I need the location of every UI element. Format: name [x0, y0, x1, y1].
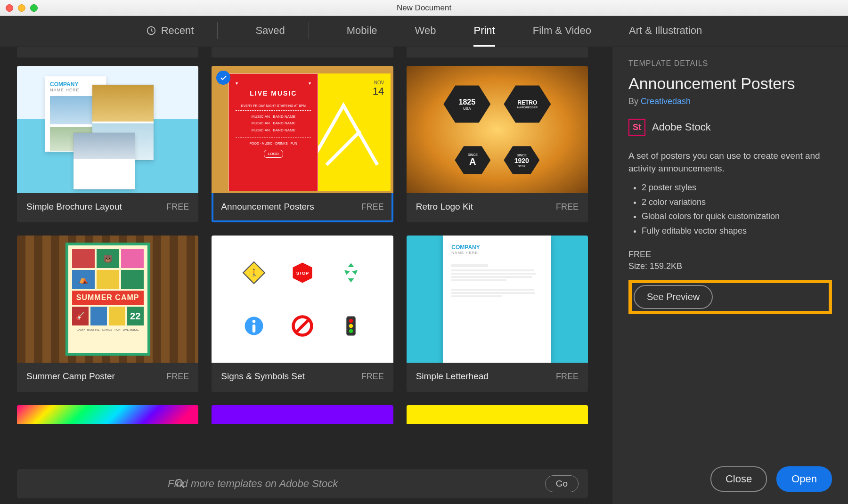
stock-search-go-button[interactable]: Go: [545, 475, 579, 492]
template-grid-next-row: [17, 405, 588, 424]
template-card-summer[interactable]: 🐻 ⛺ SUMMER CAMP 🎸22 CAMP · BONFIRE · GAM…: [17, 236, 198, 392]
category-tabs: Recent Saved Mobile Web Print Film & Vid…: [0, 16, 848, 47]
details-author: By Creativedash: [628, 97, 832, 106]
svg-point-6: [253, 320, 255, 323]
thumb-text: USA: [463, 106, 471, 111]
template-thumbnail: COMPANY NAME HERE: [17, 66, 198, 193]
close-button[interactable]: Close: [710, 466, 767, 492]
tab-mobile[interactable]: Mobile: [347, 16, 377, 47]
open-button[interactable]: Open: [776, 466, 832, 492]
feature-item: 2 color variations: [642, 195, 832, 210]
svg-point-12: [349, 324, 353, 328]
thumb-text: EVERY FRIDAY NIGHT STARTING AT 8PM: [236, 101, 311, 111]
tab-recent[interactable]: Recent: [146, 16, 218, 47]
svg-point-13: [349, 329, 353, 333]
thumb-text: 22: [127, 307, 144, 325]
search-icon: [174, 478, 186, 489]
thumb-text: LIVE MUSIC: [236, 89, 311, 97]
thumb-text: NYNY: [518, 164, 526, 167]
template-price: FREE: [166, 372, 189, 382]
details-price: FREE: [628, 250, 832, 260]
svg-text:STOP: STOP: [296, 270, 309, 276]
tab-saved[interactable]: Saved: [255, 16, 309, 47]
details-title: Announcement Posters: [628, 74, 832, 93]
tab-art-illustration[interactable]: Art & Illustration: [629, 16, 702, 47]
adobe-stock-label: Adobe Stock: [652, 121, 711, 133]
tab-web[interactable]: Web: [415, 16, 436, 47]
template-thumbnail: 🚶 STOP: [212, 236, 393, 363]
thumb-text: 1825: [459, 98, 476, 106]
svg-line-15: [181, 485, 184, 488]
template-name: Announcement Posters: [221, 202, 314, 212]
template-price: FREE: [556, 202, 579, 212]
window-title: New Document: [0, 3, 848, 13]
template-card-brochure[interactable]: COMPANY NAME HERE: [17, 66, 198, 222]
template-name: Summer Camp Poster: [26, 371, 115, 382]
svg-point-11: [349, 318, 353, 323]
svg-point-14: [176, 480, 182, 486]
adobe-stock-source[interactable]: St Adobe Stock: [628, 119, 832, 136]
main-scrollbar[interactable]: [605, 47, 612, 504]
template-name: Simple Letterhead: [416, 371, 489, 382]
details-heading: TEMPLATE DETAILS: [628, 59, 832, 68]
template-card-announcement[interactable]: NOV 14 ▾▾ LIVE MUSIC EVERY FRIDAY NIGHT …: [212, 66, 393, 222]
clock-icon: [146, 25, 156, 36]
template-card-letterhead[interactable]: COMPANY NAME HERE: [407, 236, 588, 392]
thumb-text: NAME HERE: [451, 251, 543, 255]
thumb-text: RETRO: [517, 99, 537, 106]
thumb-text: SUMMER CAMP: [72, 291, 144, 305]
titlebar: New Document: [0, 0, 848, 16]
tab-saved-label: Saved: [255, 24, 285, 37]
template-grid-scroll[interactable]: COMPANY NAME HERE: [0, 47, 605, 460]
feature-item: Global colors for quick customization: [642, 209, 832, 224]
details-description: A set of posters you can use to create e…: [628, 150, 832, 175]
author-link[interactable]: Creativedash: [641, 97, 691, 106]
thumb-text: COMPANY: [451, 244, 543, 251]
template-name: Retro Logo Kit: [416, 202, 473, 212]
thumb-text: HAIRDRESSER: [517, 106, 538, 109]
stock-search-bar: Go: [17, 469, 588, 498]
template-card-signs[interactable]: 🚶 STOP Signs & Symbols Set FREE: [212, 236, 393, 392]
feature-item: 2 poster styles: [642, 180, 832, 195]
details-features-list: 2 poster styles 2 color variations Globa…: [628, 180, 832, 238]
template-card-retro[interactable]: 1825USA RETROHAIRDRESSER SINCEA SINCE192…: [407, 66, 588, 222]
tab-recent-label: Recent: [161, 24, 194, 37]
template-price: FREE: [361, 202, 384, 212]
template-grid: COMPANY NAME HERE: [17, 66, 588, 392]
see-preview-highlight: See Preview: [628, 280, 832, 314]
thumb-text: SINCE: [468, 153, 478, 156]
template-thumbnail: 1825USA RETROHAIRDRESSER SINCEA SINCE192…: [407, 66, 588, 193]
template-thumbnail: 🐻 ⛺ SUMMER CAMP 🎸22 CAMP · BONFIRE · GAM…: [17, 236, 198, 363]
details-size: Size: 159.2KB: [628, 261, 832, 271]
tab-print[interactable]: Print: [473, 16, 495, 47]
template-price: FREE: [166, 202, 189, 212]
thumb-text: SINCE: [517, 154, 527, 157]
template-price: FREE: [556, 372, 579, 382]
tab-film-video[interactable]: Film & Video: [533, 16, 591, 47]
feature-item: Fully editable vector shapes: [642, 224, 832, 238]
svg-text:🚶: 🚶: [249, 268, 258, 277]
template-name: Simple Brochure Layout: [26, 202, 122, 212]
stock-search-input[interactable]: [168, 478, 538, 490]
thumb-text: A: [469, 156, 476, 167]
template-thumbnail: COMPANY NAME HERE: [407, 236, 588, 363]
template-details-panel: TEMPLATE DETAILS Announcement Posters By…: [612, 47, 848, 504]
thumb-text: 1920: [514, 157, 529, 164]
see-preview-button[interactable]: See Preview: [634, 285, 713, 309]
template-name: Signs & Symbols Set: [221, 371, 304, 382]
svg-line-9: [296, 319, 309, 332]
adobe-stock-icon: St: [628, 119, 645, 136]
template-thumbnail: NOV 14 ▾▾ LIVE MUSIC EVERY FRIDAY NIGHT …: [212, 66, 393, 193]
svg-rect-7: [253, 324, 255, 332]
template-price: FREE: [361, 372, 384, 382]
